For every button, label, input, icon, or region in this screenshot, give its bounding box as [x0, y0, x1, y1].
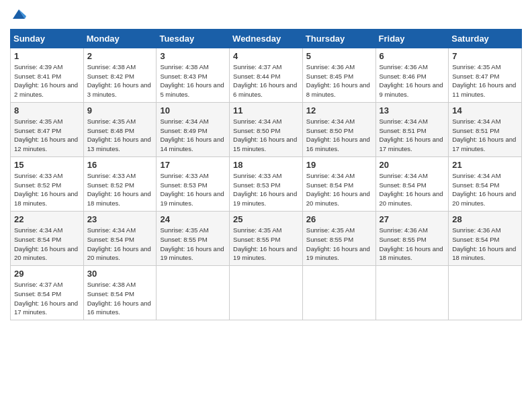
calendar-cell — [449, 266, 522, 320]
day-number: 6 — [380, 51, 445, 61]
calendar-cell: 22Sunrise: 4:34 AMSunset: 8:54 PMDayligh… — [11, 211, 84, 265]
day-number: 19 — [306, 160, 372, 170]
day-number: 2 — [87, 51, 153, 61]
day-number: 21 — [452, 160, 518, 170]
logo — [10, 7, 26, 25]
calendar-cell: 21Sunrise: 4:34 AMSunset: 8:54 PMDayligh… — [449, 156, 522, 211]
page-header — [10, 7, 522, 25]
weekday-header: Tuesday — [157, 29, 230, 48]
day-number: 30 — [87, 269, 153, 279]
calendar-cell — [157, 266, 230, 320]
calendar-cell: 19Sunrise: 4:34 AMSunset: 8:54 PMDayligh… — [302, 156, 375, 211]
weekday-header: Saturday — [449, 29, 522, 48]
day-number: 14 — [452, 105, 518, 116]
weekday-header: Thursday — [302, 29, 375, 48]
calendar-cell: 27Sunrise: 4:36 AMSunset: 8:55 PMDayligh… — [375, 211, 449, 265]
day-info: Sunrise: 4:33 AMSunset: 8:53 PMDaylight:… — [233, 171, 299, 208]
day-number: 29 — [14, 269, 80, 279]
day-number: 3 — [160, 51, 226, 61]
calendar-week-row: 29Sunrise: 4:37 AMSunset: 8:54 PMDayligh… — [11, 266, 522, 320]
calendar-cell: 30Sunrise: 4:38 AMSunset: 8:54 PMDayligh… — [83, 266, 157, 320]
calendar-week-row: 15Sunrise: 4:33 AMSunset: 8:52 PMDayligh… — [11, 156, 522, 211]
day-info: Sunrise: 4:33 AMSunset: 8:52 PMDaylight:… — [14, 171, 80, 208]
day-info: Sunrise: 4:34 AMSunset: 8:50 PMDaylight:… — [306, 117, 372, 154]
calendar-cell: 5Sunrise: 4:36 AMSunset: 8:45 PMDaylight… — [302, 48, 375, 102]
day-info: Sunrise: 4:33 AMSunset: 8:52 PMDaylight:… — [87, 171, 153, 208]
day-number: 15 — [14, 160, 80, 170]
day-number: 18 — [233, 160, 299, 170]
calendar-cell: 13Sunrise: 4:34 AMSunset: 8:51 PMDayligh… — [375, 102, 449, 156]
calendar-cell: 20Sunrise: 4:34 AMSunset: 8:54 PMDayligh… — [375, 156, 449, 211]
day-info: Sunrise: 4:36 AMSunset: 8:54 PMDaylight:… — [452, 226, 518, 263]
day-number: 10 — [160, 105, 226, 116]
logo-icon — [11, 7, 26, 21]
day-number: 13 — [380, 105, 445, 116]
day-info: Sunrise: 4:34 AMSunset: 8:54 PMDaylight:… — [306, 171, 372, 208]
calendar-cell: 23Sunrise: 4:34 AMSunset: 8:54 PMDayligh… — [83, 211, 157, 265]
calendar-cell: 25Sunrise: 4:35 AMSunset: 8:55 PMDayligh… — [230, 211, 303, 265]
day-number: 16 — [87, 160, 153, 170]
calendar-header-row: SundayMondayTuesdayWednesdayThursdayFrid… — [11, 29, 522, 48]
day-info: Sunrise: 4:36 AMSunset: 8:55 PMDaylight:… — [380, 226, 445, 263]
day-number: 25 — [233, 214, 299, 224]
day-info: Sunrise: 4:34 AMSunset: 8:51 PMDaylight:… — [380, 117, 445, 154]
day-info: Sunrise: 4:35 AMSunset: 8:55 PMDaylight:… — [233, 226, 299, 263]
calendar-cell: 7Sunrise: 4:35 AMSunset: 8:47 PMDaylight… — [449, 48, 522, 102]
day-info: Sunrise: 4:34 AMSunset: 8:54 PMDaylight:… — [87, 226, 153, 263]
calendar-cell: 12Sunrise: 4:34 AMSunset: 8:50 PMDayligh… — [302, 102, 375, 156]
day-info: Sunrise: 4:35 AMSunset: 8:48 PMDaylight:… — [87, 117, 153, 154]
day-number: 5 — [306, 51, 372, 61]
day-info: Sunrise: 4:34 AMSunset: 8:54 PMDaylight:… — [380, 171, 445, 208]
calendar-cell: 18Sunrise: 4:33 AMSunset: 8:53 PMDayligh… — [230, 156, 303, 211]
day-info: Sunrise: 4:34 AMSunset: 8:54 PMDaylight:… — [14, 226, 80, 263]
weekday-header: Monday — [83, 29, 157, 48]
day-number: 22 — [14, 214, 80, 224]
day-number: 20 — [380, 160, 445, 170]
day-number: 26 — [306, 214, 372, 224]
calendar-cell: 8Sunrise: 4:35 AMSunset: 8:47 PMDaylight… — [11, 102, 84, 156]
day-number: 8 — [14, 105, 80, 116]
calendar-cell: 6Sunrise: 4:36 AMSunset: 8:46 PMDaylight… — [375, 48, 449, 102]
day-info: Sunrise: 4:34 AMSunset: 8:54 PMDaylight:… — [452, 171, 518, 208]
day-info: Sunrise: 4:35 AMSunset: 8:55 PMDaylight:… — [160, 226, 226, 263]
day-info: Sunrise: 4:34 AMSunset: 8:49 PMDaylight:… — [160, 117, 226, 154]
day-info: Sunrise: 4:37 AMSunset: 8:44 PMDaylight:… — [233, 62, 299, 99]
calendar-cell — [230, 266, 303, 320]
day-number: 12 — [306, 105, 372, 116]
day-number: 27 — [380, 214, 445, 224]
calendar-cell: 29Sunrise: 4:37 AMSunset: 8:54 PMDayligh… — [11, 266, 84, 320]
day-info: Sunrise: 4:35 AMSunset: 8:47 PMDaylight:… — [14, 117, 80, 154]
calendar-cell: 4Sunrise: 4:37 AMSunset: 8:44 PMDaylight… — [230, 48, 303, 102]
calendar-week-row: 1Sunrise: 4:39 AMSunset: 8:41 PMDaylight… — [11, 48, 522, 102]
calendar-cell: 14Sunrise: 4:34 AMSunset: 8:51 PMDayligh… — [449, 102, 522, 156]
weekday-header: Wednesday — [230, 29, 303, 48]
day-number: 9 — [87, 105, 153, 116]
calendar-cell — [302, 266, 375, 320]
weekday-header: Sunday — [11, 29, 84, 48]
day-info: Sunrise: 4:38 AMSunset: 8:42 PMDaylight:… — [87, 62, 153, 99]
day-info: Sunrise: 4:36 AMSunset: 8:45 PMDaylight:… — [306, 62, 372, 99]
calendar-cell: 16Sunrise: 4:33 AMSunset: 8:52 PMDayligh… — [83, 156, 157, 211]
calendar-week-row: 22Sunrise: 4:34 AMSunset: 8:54 PMDayligh… — [11, 211, 522, 265]
day-info: Sunrise: 4:34 AMSunset: 8:50 PMDaylight:… — [233, 117, 299, 154]
day-number: 11 — [233, 105, 299, 116]
day-number: 17 — [160, 160, 226, 170]
day-info: Sunrise: 4:39 AMSunset: 8:41 PMDaylight:… — [14, 62, 80, 99]
calendar-cell: 3Sunrise: 4:38 AMSunset: 8:43 PMDaylight… — [157, 48, 230, 102]
day-info: Sunrise: 4:34 AMSunset: 8:51 PMDaylight:… — [452, 117, 518, 154]
day-number: 4 — [233, 51, 299, 61]
day-info: Sunrise: 4:38 AMSunset: 8:54 PMDaylight:… — [87, 280, 153, 317]
calendar-cell: 15Sunrise: 4:33 AMSunset: 8:52 PMDayligh… — [11, 156, 84, 211]
day-info: Sunrise: 4:35 AMSunset: 8:47 PMDaylight:… — [452, 62, 518, 99]
calendar-cell: 17Sunrise: 4:33 AMSunset: 8:53 PMDayligh… — [157, 156, 230, 211]
calendar-cell: 11Sunrise: 4:34 AMSunset: 8:50 PMDayligh… — [230, 102, 303, 156]
day-info: Sunrise: 4:37 AMSunset: 8:54 PMDaylight:… — [14, 280, 80, 317]
calendar-cell: 24Sunrise: 4:35 AMSunset: 8:55 PMDayligh… — [157, 211, 230, 265]
day-number: 1 — [14, 51, 80, 61]
day-info: Sunrise: 4:36 AMSunset: 8:46 PMDaylight:… — [380, 62, 445, 99]
day-info: Sunrise: 4:33 AMSunset: 8:53 PMDaylight:… — [160, 171, 226, 208]
day-number: 28 — [452, 214, 518, 224]
calendar-cell: 2Sunrise: 4:38 AMSunset: 8:42 PMDaylight… — [83, 48, 157, 102]
weekday-header: Friday — [375, 29, 449, 48]
calendar-week-row: 8Sunrise: 4:35 AMSunset: 8:47 PMDaylight… — [11, 102, 522, 156]
